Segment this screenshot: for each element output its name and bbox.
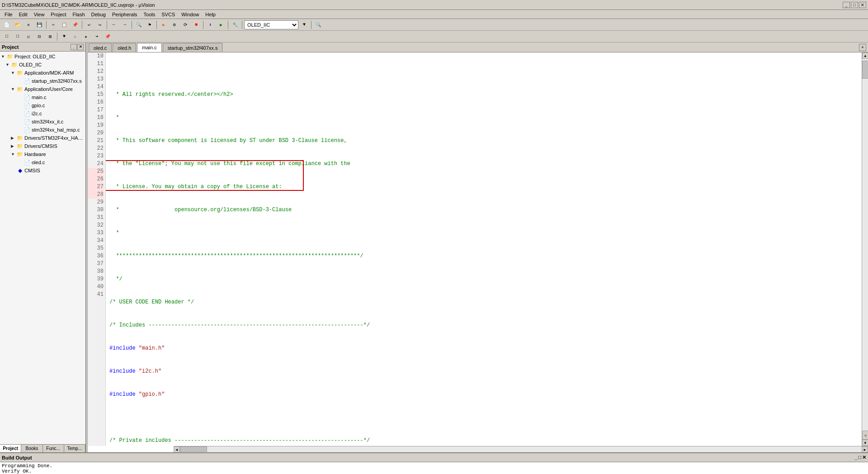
bookmark-btn[interactable]: ⚑	[145, 20, 155, 30]
open-btn[interactable]: 📂	[13, 20, 23, 30]
code-content[interactable]: * All rights reserved.</center></h2> * *…	[106, 52, 862, 446]
copy-btn[interactable]: 📋	[59, 20, 69, 30]
startup-label: startup_stm32f407xx.s	[32, 78, 82, 84]
tree-item-main-c[interactable]: 📄 main.c	[0, 93, 85, 101]
target-selector[interactable]: OLED_IIC	[244, 20, 298, 29]
tree-item-app-mdk[interactable]: ▼ 📁 Application/MDK-ARM	[0, 69, 85, 77]
build-header: Build Output _ □ ✕	[0, 453, 868, 462]
project-minimize-btn[interactable]: _	[71, 44, 77, 50]
maximize-button[interactable]: □	[851, 2, 858, 8]
tree-item-startup[interactable]: 📄 startup_stm32f407xx.s	[0, 77, 85, 85]
tree-item-stm32-hal[interactable]: 📄 stm32f4xx_hal_msp.c	[0, 126, 85, 134]
scroll-track-right[interactable]	[862, 59, 868, 431]
tree-item-cmsis[interactable]: ◆ CMSIS	[0, 166, 85, 175]
tab-startup[interactable]: startup_stm32f407xx.s	[163, 43, 223, 52]
menu-debug[interactable]: Debug	[89, 11, 108, 18]
menu-peripherals[interactable]: Peripherals	[109, 11, 140, 18]
new-file-btn[interactable]: 📄	[2, 20, 12, 30]
tab-oled-h[interactable]: oled.h	[113, 43, 136, 52]
scroll-left-btn[interactable]: ◄	[174, 446, 180, 452]
tb2-btn4[interactable]: ⊟	[34, 32, 44, 42]
close-file-btn[interactable]: ✕	[24, 20, 33, 30]
scroll-right-btn[interactable]: ►	[862, 446, 868, 452]
scroll-thumb-right[interactable]	[862, 61, 868, 79]
oled-iic-label: OLED_IIC	[19, 62, 42, 67]
i2c-c-icon: 📄	[24, 110, 31, 117]
menu-help[interactable]: Help	[203, 11, 218, 18]
title-bar: D:\STM32CubeMX\OLED_IIC\MDK-ARM\OLED_IIC…	[0, 0, 868, 10]
nav-back-btn[interactable]: ←	[109, 20, 119, 30]
menu-file[interactable]: File	[2, 11, 15, 18]
tab-oled-c[interactable]: oled.c	[89, 43, 112, 52]
tree-item-drivers-cmsis[interactable]: ▶ 📁 Drivers/CMSIS	[0, 142, 85, 150]
tb2-btn2[interactable]: □	[13, 32, 23, 42]
config-btn[interactable]: ▼	[299, 20, 309, 30]
tree-item-hardware[interactable]: ▼ 📁 Hardware	[0, 150, 85, 158]
undo-btn[interactable]: ↩	[84, 20, 94, 30]
tree-item-oled-c[interactable]: 📄 oled.c	[0, 158, 85, 166]
scroll-bar-bottom: ◄ ►	[174, 446, 868, 452]
menu-view[interactable]: View	[31, 11, 47, 18]
tb2-sep1	[57, 33, 57, 41]
build-content: Programming Done. Verify OK. * JLink Inf…	[0, 462, 868, 474]
menu-tools[interactable]: Tools	[141, 11, 158, 18]
tree-item-gpio-c[interactable]: 📄 gpio.c	[0, 101, 85, 109]
tree-item-drivers-hal[interactable]: ▶ 📁 Drivers/STM32F4xx_HAL_Dri...	[0, 134, 85, 142]
scroll-up-btn[interactable]: ▲	[862, 52, 868, 59]
close-button[interactable]: ✕	[859, 2, 866, 8]
menu-edit[interactable]: Edit	[16, 11, 30, 18]
search-btn[interactable]: 🔍	[134, 20, 144, 30]
rebuild-btn[interactable]: ⟳	[180, 20, 190, 30]
app-user-label: Application/User/Core	[24, 86, 73, 92]
tb2-btn1[interactable]: □	[2, 32, 12, 42]
inspect-btn[interactable]: 🔍	[313, 20, 323, 30]
tree-item-stm32-it[interactable]: 📄 stm32f4xx_it.c	[0, 118, 85, 126]
panel-tab-temp[interactable]: Temp...	[64, 445, 85, 452]
tree-item-project[interactable]: ▼ 📁 Project: OLED_IIC	[0, 52, 85, 61]
tree-item-i2c-c[interactable]: 📄 i2c.c	[0, 109, 85, 118]
minimize-button[interactable]: _	[843, 2, 850, 8]
stop-build-btn[interactable]: ■	[191, 20, 201, 30]
tab-main-c[interactable]: main.c	[137, 43, 161, 52]
scroll-thumb-bottom[interactable]	[180, 446, 207, 452]
build-maximize-btn[interactable]: □	[858, 455, 861, 460]
project-close-btn[interactable]: ✕	[77, 44, 84, 50]
target-options-btn[interactable]: 🔧	[230, 20, 240, 30]
tb2-btn5[interactable]: ⊠	[45, 32, 55, 42]
tree-item-app-user[interactable]: ▼ 📁 Application/User/Core	[0, 85, 85, 93]
save-btn[interactable]: 💾	[34, 20, 44, 30]
code-line-19: /* USER CODE END Header */	[109, 299, 862, 306]
cut-btn[interactable]: ✂	[48, 20, 58, 30]
panel-tab-books[interactable]: Books	[21, 445, 42, 452]
tb2-btn9[interactable]: ➜	[92, 32, 102, 42]
collapse-handle[interactable]: ◁	[862, 431, 868, 440]
build-btn[interactable]: ▶	[159, 20, 169, 30]
tb2-btn6[interactable]: ▼	[59, 32, 69, 42]
build-minimize-btn[interactable]: _	[854, 455, 857, 460]
menu-project[interactable]: Project	[48, 11, 69, 18]
download-btn[interactable]: ⬇	[205, 20, 215, 30]
menu-flash[interactable]: Flash	[70, 11, 88, 18]
panel-tab-func[interactable]: Func...	[43, 445, 64, 452]
debug-start-btn[interactable]: ▶	[216, 20, 226, 30]
menu-svcs[interactable]: SVCS	[159, 11, 178, 18]
menu-bar: File Edit View Project Flash Debug Perip…	[0, 10, 868, 19]
tb2-btn8[interactable]: ★	[81, 32, 91, 42]
paste-btn[interactable]: 📌	[70, 20, 80, 30]
tb2-btn3[interactable]: ☑	[24, 32, 33, 42]
sep4	[132, 21, 132, 29]
scroll-down-btn[interactable]: ▼	[862, 440, 868, 446]
tree-item-oled-iic[interactable]: ▼ 📁 OLED_IIC	[0, 61, 85, 69]
scroll-track-bottom[interactable]	[180, 446, 862, 452]
panel-tab-project[interactable]: Project	[0, 445, 21, 452]
menu-window[interactable]: Window	[179, 11, 202, 18]
tb2-btn10[interactable]: 📌	[103, 32, 113, 42]
sep6	[203, 21, 203, 29]
tabs-close-btn[interactable]: ✕	[859, 44, 866, 51]
tb2-btn7[interactable]: ☆	[70, 32, 80, 42]
compile-btn[interactable]: ⚙	[170, 20, 179, 30]
nav-fwd-btn[interactable]: →	[120, 20, 130, 30]
build-close-btn[interactable]: ✕	[862, 455, 866, 460]
tabs-row: oled.c oled.h main.c startup_stm32f407xx…	[88, 43, 857, 52]
redo-btn[interactable]: ↪	[95, 20, 105, 30]
